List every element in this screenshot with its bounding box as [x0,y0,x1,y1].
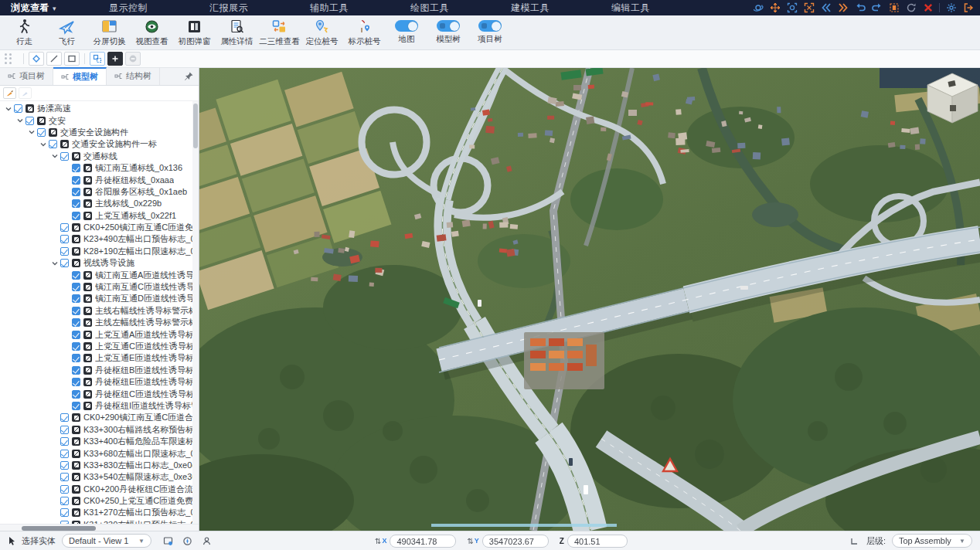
tree-checkbox[interactable] [49,140,57,148]
compass-icon[interactable] [182,535,193,547]
view-next-icon[interactable] [837,2,849,14]
locate-stake-button[interactable]: 定位桩号 [301,16,343,49]
tree-checkbox[interactable] [60,426,69,434]
tree-checkbox[interactable] [72,378,80,386]
sidebar-tab-structure-tree[interactable]: 结构树 [107,67,160,85]
tree-node[interactable]: 主线左幅线性诱导标警示标志_0xad0 [0,317,199,328]
pin-icon[interactable] [184,71,194,81]
tree-node[interactable]: 交通标线 [0,151,199,162]
tree-node[interactable]: K33+300右幅路线名称预告标志_0xc001 [0,424,199,436]
tree-checkbox[interactable] [37,128,46,137]
tree-checkbox[interactable] [72,307,80,315]
tree-node[interactable]: 扬溧高速 [0,103,199,114]
redo-icon[interactable] [871,2,883,14]
tree-checkbox[interactable] [72,283,80,291]
rect-select-button[interactable] [64,52,80,66]
add-select-button[interactable] [107,52,123,66]
tree-node[interactable]: 交安 [0,114,199,126]
tree-expander-icon[interactable] [3,104,13,114]
tree-node[interactable]: K33+830左幅出口标志_0xe0ec [0,460,199,471]
tree-checkbox[interactable] [60,247,69,256]
tree-node[interactable]: 主线标线_0x229b [0,198,199,209]
tree-node[interactable]: CK0+290镇江南互通C匝道合流标志_0xa [0,412,199,423]
settings-gear-icon[interactable] [945,2,957,14]
mark-stake-button[interactable]: 标示桩号 [343,16,386,49]
tree-checkbox[interactable] [72,354,80,362]
dim-switch-button[interactable]: 二三维查看 [258,16,301,49]
menu-tab-2[interactable]: 显示控制 [98,0,158,15]
tree-checkbox[interactable] [72,402,80,410]
tree-node[interactable]: 镇江南互通D匝道线性诱导标警示标志_0 [0,293,199,304]
save-view-icon[interactable] [162,535,174,547]
line-select-button[interactable] [46,52,62,66]
tree-checkbox[interactable] [60,152,69,161]
view-prev-icon[interactable] [820,2,832,14]
tree-node[interactable]: 上党互通E匝道线性诱导标警示标志_0 [0,352,199,364]
sidebar-tab-project-tree[interactable]: 项目树 [0,67,53,85]
properties-button[interactable]: 属性详情 [216,16,258,49]
tree-checkbox[interactable] [60,223,69,232]
tree-node[interactable]: 交通安全设施构件一标 [0,138,199,150]
view-eye-button[interactable]: 视图查看 [131,16,173,49]
menu-tab-3[interactable]: 汇报展示 [199,0,259,15]
tree-checkbox[interactable] [72,176,80,185]
tree-checkbox[interactable] [60,413,69,422]
tree-node[interactable]: 交通安全设施构件 [0,127,199,138]
tree-node[interactable]: 上党互通C匝道线性诱导标警示标志_0 [0,341,199,352]
y-coordinate-value[interactable]: 3547023.67 [482,535,549,548]
exit-icon[interactable] [962,2,974,14]
tree-checkbox[interactable] [72,342,80,351]
tree-checkbox[interactable] [60,461,69,470]
menu-tab-4[interactable]: 辅助工具 [299,0,359,15]
tree-checkbox[interactable] [72,212,80,220]
tree-checkbox[interactable] [72,331,80,339]
diamond-select-button[interactable] [29,52,44,66]
tree-expander-icon[interactable] [49,258,60,268]
tree-node[interactable]: 丹徒枢纽E匝道线性诱导标警示标志_0 [0,376,199,388]
popup-window-button[interactable]: 初图弹窗 [173,16,216,49]
split-screen-button[interactable]: 分屏切换 [88,16,131,49]
menu-tab-7[interactable]: 编辑工具 [601,0,661,15]
multi-select-button[interactable] [90,52,105,66]
zoom-window-icon[interactable] [786,2,798,14]
fly-button[interactable]: 飞行 [46,16,88,49]
select-entity-tool[interactable]: 选择实体 [0,535,62,547]
refresh-icon[interactable] [905,2,917,14]
toggle-map[interactable]: 地图 [386,16,427,49]
tree-checkbox[interactable] [72,164,80,172]
tree-node[interactable]: K28+190左幅出口限速标志_0x8d00 [0,246,199,257]
tree-node[interactable]: 镇江南互通C匝道线性诱导标警示标志_0 [0,281,199,293]
level-dropdown[interactable]: Top Assembly ▼ [892,534,972,548]
tree-checkbox[interactable] [14,104,22,113]
grip-handle-icon[interactable] [5,53,15,64]
tree-expander-icon[interactable] [38,139,48,149]
tree-node[interactable]: 丹徒枢纽C匝道线性诱导标警示标志_0 [0,388,199,399]
fit-extents-icon[interactable] [803,2,815,14]
tree-checkbox[interactable] [72,318,80,327]
tree-expander-icon[interactable] [49,151,60,161]
tree-checkbox[interactable] [60,485,69,494]
tree-node[interactable]: K23+490左幅出口预告标志_0x8a3f [0,233,199,245]
x-coordinate-value[interactable]: 490341.78 [390,535,456,548]
tree-checkbox[interactable] [60,473,69,481]
tree-node[interactable]: 丹徒枢纽标线_0xaaa [0,174,199,185]
tree-node[interactable]: 上党互通A匝道线性诱导标警示标志_0 [0,328,199,340]
orbit-icon[interactable] [752,2,764,14]
3d-viewport[interactable] [199,68,980,531]
tree-node[interactable]: CK0+250上党互通C匝道免费放行界标志 [0,495,199,507]
tree-horizontal-scrollbar[interactable] [0,524,199,531]
tree-checkbox[interactable] [60,235,69,243]
z-coordinate-value[interactable]: 401.51 [567,535,628,548]
menu-tab-6[interactable]: 建模工具 [500,0,560,15]
tree-node[interactable]: 视线诱导设施 [0,257,199,269]
brush-filter-button[interactable] [3,87,16,99]
tree-checkbox[interactable] [26,117,34,125]
toggle-model-tree[interactable]: 模型树 [427,16,469,49]
brush-clear-button[interactable] [19,87,32,99]
tree-checkbox[interactable] [72,199,80,208]
tree-checkbox[interactable] [60,450,69,458]
undo-icon[interactable] [854,2,866,14]
tree-node[interactable]: CK0+250镇江南互通C匝道免费放行界_0 [0,222,199,233]
tree-node[interactable]: 上党互通标线_0x22f1 [0,210,199,222]
tree-checkbox[interactable] [60,508,69,517]
